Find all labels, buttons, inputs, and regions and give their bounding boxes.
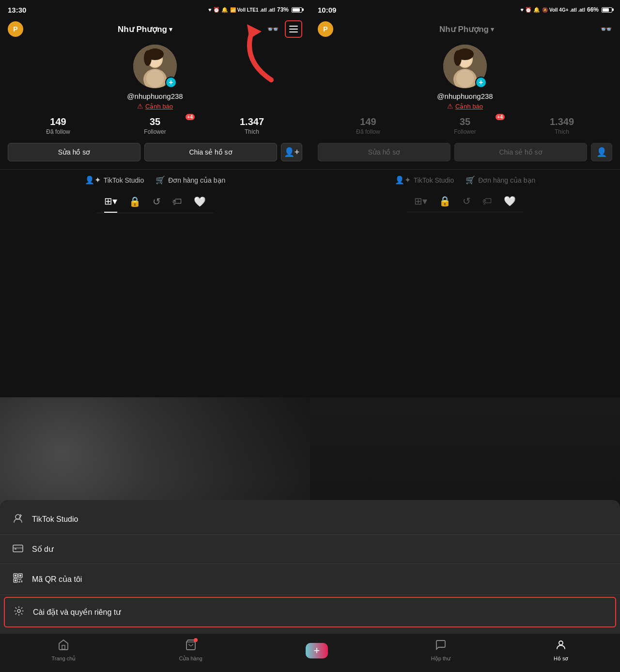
stat-follow-left[interactable]: 149 Đã follow bbox=[10, 116, 107, 135]
svg-rect-31 bbox=[62, 645, 65, 649]
status-icons-right: ♥ ⏰ 🔔 🔕 Voll 4G+ .atl .atl 66% bbox=[521, 6, 612, 13]
tab-grid-left[interactable]: ⊞▾ bbox=[104, 190, 117, 213]
tiktok-studio-menu-label: TikTok Studio bbox=[32, 515, 78, 524]
tab-heart-left[interactable]: 🤍 bbox=[194, 191, 206, 212]
quick-links-left: 👤✦ TikTok Studio 🛒 Đơn hàng của bạn bbox=[77, 173, 233, 187]
plus-button-left[interactable]: + bbox=[165, 77, 177, 88]
nav-username-left[interactable]: Như Phượng ▾ bbox=[118, 24, 172, 34]
battery-icon-right bbox=[602, 7, 612, 13]
qr-menu-label: Mã QR của tôi bbox=[32, 575, 82, 584]
tab-grid-right[interactable]: ⊞▾ bbox=[414, 190, 427, 212]
time-right: 10:09 bbox=[318, 6, 336, 14]
tab-lock-right[interactable]: 🔒 bbox=[439, 190, 451, 212]
tabs-row-left: ⊞▾ 🔒 ↺ 🏷 🤍 bbox=[96, 190, 214, 213]
nav-avatar-left: P bbox=[8, 21, 23, 37]
nav-home-label: Trang chủ bbox=[51, 656, 76, 662]
tiktok-studio-link-left[interactable]: 👤✦ TikTok Studio bbox=[85, 175, 144, 185]
svg-rect-27 bbox=[19, 579, 20, 580]
home-icon bbox=[58, 639, 69, 654]
shop-notification-dot bbox=[194, 638, 198, 642]
status-bar-left: 13:30 ♥ ⏰ 🔔 📶 Voll LTE1 .atl .atl 73% bbox=[0, 0, 310, 17]
share-profile-button-left[interactable]: Chia sẻ hồ sơ bbox=[144, 143, 277, 161]
menu-item-balance[interactable]: Số dư bbox=[0, 535, 620, 564]
warning-icon-right: ⚠ bbox=[447, 102, 453, 110]
stat-likes-left[interactable]: 1.347 Thích bbox=[203, 116, 300, 135]
tab-tag-left[interactable]: 🏷 bbox=[172, 191, 182, 212]
nav-profile-label: Hồ sơ bbox=[554, 656, 569, 662]
edit-profile-button-right[interactable]: Sửa hồ sơ bbox=[318, 143, 450, 161]
quick-links-right: 👤✦ TikTok Studio 🛒 Đơn hàng của bạn bbox=[387, 173, 543, 187]
nav-inbox[interactable]: Hộp thư bbox=[431, 639, 450, 662]
tab-tag-right[interactable]: 🏷 bbox=[482, 191, 492, 212]
balance-icon bbox=[12, 544, 24, 555]
tab-repost-left[interactable]: ↺ bbox=[153, 191, 161, 212]
warning-icon-left: ⚠ bbox=[137, 102, 143, 110]
glasses-icon-left[interactable]: 👓 bbox=[267, 23, 279, 35]
orders-link-right[interactable]: 🛒 Đơn hàng của bạn bbox=[465, 175, 535, 185]
svg-rect-29 bbox=[18, 581, 20, 582]
follower-badge-left: +4 bbox=[186, 114, 195, 120]
status-icons-left: ♥ ⏰ 🔔 📶 Voll LTE1 .atl .atl 73% bbox=[208, 6, 302, 13]
svg-point-5 bbox=[144, 50, 152, 66]
nav-right-left: 👓 bbox=[267, 20, 302, 38]
avatar-wrapper-left: + bbox=[133, 45, 177, 88]
cart-icon-left: 🛒 bbox=[155, 175, 165, 185]
tabs-row-right: ⊞▾ 🔒 ↺ 🏷 🤍 bbox=[406, 190, 524, 212]
tiktok-studio-link-right[interactable]: 👤✦ TikTok Studio bbox=[395, 175, 454, 185]
nav-profile[interactable]: Hồ sơ bbox=[554, 639, 569, 662]
svg-point-33 bbox=[559, 641, 563, 645]
stat-follower-left[interactable]: +4 35 Follower bbox=[107, 116, 203, 135]
menu-item-tiktok-studio[interactable]: TikTok Studio bbox=[0, 504, 620, 535]
follower-badge-right: +4 bbox=[496, 114, 505, 120]
nav-inbox-label: Hộp thư bbox=[431, 656, 450, 662]
tab-repost-right[interactable]: ↺ bbox=[463, 190, 471, 212]
add-friend-button-right[interactable]: 👤 bbox=[591, 143, 612, 161]
add-friend-button-left[interactable]: 👤+ bbox=[281, 143, 302, 161]
hamburger-line-3 bbox=[289, 31, 298, 32]
settings-menu-label: Cài đặt và quyền riêng tư bbox=[33, 608, 121, 617]
avatar-wrapper-right: + bbox=[443, 45, 487, 88]
stat-likes-right[interactable]: 1.349 Thích bbox=[513, 116, 610, 135]
svg-rect-17 bbox=[13, 547, 23, 549]
studio-icon-left: 👤✦ bbox=[85, 175, 101, 185]
shop-icon bbox=[185, 639, 197, 654]
svg-point-7 bbox=[146, 70, 164, 87]
top-nav-right: P Như Phượng ▾ 👓 bbox=[310, 17, 620, 41]
add-button[interactable]: + bbox=[306, 643, 328, 658]
edit-profile-button-left[interactable]: Sửa hồ sơ bbox=[8, 143, 140, 161]
glasses-icon-right[interactable]: 👓 bbox=[600, 23, 612, 35]
nav-username-right[interactable]: Như Phượng ▾ bbox=[439, 24, 494, 34]
share-profile-button-right[interactable]: Chia sẻ hồ sơ bbox=[454, 143, 587, 161]
tab-lock-left[interactable]: 🔒 bbox=[129, 191, 141, 212]
buttons-row-left: Sửa hồ sơ Chia sẻ hồ sơ 👤+ bbox=[0, 143, 310, 161]
stat-follower-right[interactable]: +4 35 Follower bbox=[417, 116, 513, 135]
studio-icon-right: 👤✦ bbox=[395, 175, 411, 185]
profile-section-left: + @nhuphuong238 ⚠ Cảnh báo 149 Đã follow… bbox=[0, 41, 310, 213]
plus-icon: + bbox=[313, 644, 320, 657]
right-screen: 10:09 ♥ ⏰ 🔔 🔕 Voll 4G+ .atl .atl 66% P N… bbox=[310, 0, 620, 397]
warning-badge-right: ⚠ Cảnh báo bbox=[447, 102, 483, 110]
add-friend-icon-right: 👤 bbox=[596, 147, 607, 157]
orders-link-left[interactable]: 🛒 Đơn hàng của bạn bbox=[155, 175, 225, 185]
top-nav-left: P Như Phượng ▾ 👓 bbox=[0, 17, 310, 41]
menu-item-qr[interactable]: Mã QR của tôi bbox=[0, 564, 620, 595]
tab-heart-right[interactable]: 🤍 bbox=[504, 190, 516, 212]
battery-icon-left bbox=[292, 7, 302, 13]
nav-add[interactable]: + bbox=[306, 643, 328, 658]
stat-follow-right[interactable]: 149 Đã follow bbox=[320, 116, 417, 135]
nav-shop[interactable]: Cửa hàng bbox=[179, 639, 202, 662]
nav-home[interactable]: Trang chủ bbox=[51, 639, 76, 662]
menu-panel: TikTok Studio Số dư bbox=[0, 500, 620, 633]
left-screen: 13:30 ♥ ⏰ 🔔 📶 Voll LTE1 .atl .atl 73% P … bbox=[0, 0, 310, 397]
menu-button-left[interactable] bbox=[285, 20, 302, 38]
add-friend-icon-left: 👤+ bbox=[284, 147, 300, 157]
nav-avatar-right: P bbox=[318, 21, 333, 37]
svg-rect-22 bbox=[19, 575, 21, 577]
plus-button-right[interactable]: + bbox=[475, 77, 487, 88]
battery-left: 73% bbox=[277, 6, 289, 13]
username-handle-left: @nhuphuong238 bbox=[127, 92, 183, 100]
tiktok-studio-menu-icon bbox=[12, 513, 24, 526]
divider-left bbox=[0, 169, 310, 170]
profile-nav-icon bbox=[555, 639, 567, 654]
menu-item-settings[interactable]: Cài đặt và quyền riêng tư bbox=[4, 597, 616, 627]
